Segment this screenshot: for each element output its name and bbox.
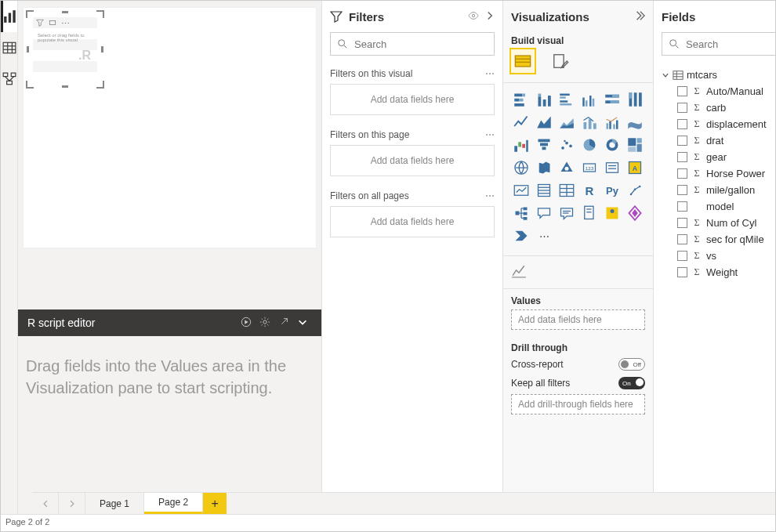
viz-slicer[interactable] xyxy=(534,180,554,201)
keep-filters-toggle[interactable]: On xyxy=(618,377,645,389)
viz-multi-row-card[interactable]: A xyxy=(625,157,645,178)
viz-python[interactable]: Py xyxy=(602,180,622,201)
collapse-editor-icon[interactable] xyxy=(293,317,312,330)
viz-line-stacked-column[interactable] xyxy=(579,112,600,132)
viz-table[interactable] xyxy=(557,180,577,201)
filter-well[interactable]: Add data fields here xyxy=(330,206,495,237)
viz-decomposition[interactable] xyxy=(511,203,531,223)
viz-pie[interactable] xyxy=(579,135,600,155)
filters-search-input[interactable] xyxy=(353,38,488,51)
viz-stacked-bar[interactable] xyxy=(511,89,531,110)
fields-search[interactable] xyxy=(662,32,776,56)
r-visual[interactable]: ⋯ Select or drag fields to populate this… xyxy=(30,14,100,85)
viz-filled-map[interactable] xyxy=(534,157,554,178)
viz-power-apps[interactable] xyxy=(625,203,645,223)
field-item[interactable]: ΣNum of Cyl xyxy=(676,215,776,231)
filter-section-more-icon[interactable]: ⋯ xyxy=(485,129,495,140)
field-checkbox[interactable] xyxy=(677,185,687,195)
viz-stacked-area[interactable] xyxy=(557,112,577,132)
field-item[interactable]: Σvs xyxy=(676,248,776,264)
viz-ribbon[interactable] xyxy=(625,112,645,132)
focus-icon[interactable] xyxy=(49,19,56,29)
values-well[interactable]: Add data fields here xyxy=(511,309,645,330)
viz-map[interactable] xyxy=(511,157,531,178)
viz-power-automate[interactable] xyxy=(511,226,531,246)
field-checkbox[interactable] xyxy=(677,218,687,228)
table-node[interactable]: mtcars xyxy=(658,67,776,83)
field-item[interactable]: Σdisplacement xyxy=(676,116,776,132)
rail-data-view[interactable] xyxy=(1,32,17,63)
filter-well[interactable]: Add data fields here xyxy=(330,145,495,176)
viz-card[interactable] xyxy=(602,157,622,178)
viz-arcgis[interactable] xyxy=(602,203,622,223)
field-item[interactable]: ΣAuto/Manual xyxy=(676,83,776,100)
field-item[interactable]: ΣHorse Power xyxy=(676,165,776,182)
report-canvas[interactable]: ⋯ Select or drag fields to populate this… xyxy=(23,7,317,248)
field-item[interactable]: Σcarb xyxy=(676,100,776,116)
viz-stacked-column[interactable] xyxy=(534,89,554,110)
drill-through-well[interactable]: Add drill-through fields here xyxy=(511,394,645,414)
popout-icon[interactable] xyxy=(274,317,293,330)
viz-line[interactable] xyxy=(511,112,531,132)
viz-area[interactable] xyxy=(534,112,554,132)
field-item[interactable]: Σdrat xyxy=(676,132,776,149)
sigma-icon: Σ xyxy=(692,184,702,196)
viz-matrix[interactable]: R xyxy=(579,180,600,201)
field-checkbox[interactable] xyxy=(677,152,687,162)
field-checkbox[interactable] xyxy=(677,86,687,96)
viz-donut[interactable] xyxy=(602,135,622,155)
filter-section-more-icon[interactable]: ⋯ xyxy=(485,190,495,201)
field-item[interactable]: Σsec for qMile xyxy=(676,231,776,248)
rail-model-view[interactable] xyxy=(1,63,17,95)
field-checkbox[interactable] xyxy=(677,103,687,113)
viz-100-stacked-bar[interactable] xyxy=(602,89,622,110)
field-checkbox[interactable] xyxy=(677,168,687,179)
viz-qa[interactable] xyxy=(534,203,554,223)
more-icon[interactable]: ⋯ xyxy=(61,19,71,29)
viz-waterfall[interactable] xyxy=(511,135,531,155)
viz-clustered-column[interactable] xyxy=(579,89,600,110)
field-checkbox[interactable] xyxy=(677,251,687,261)
page-tab[interactable]: Page 2 xyxy=(144,493,203,514)
funnel-icon[interactable] xyxy=(36,19,44,29)
viz-smart-narrative[interactable] xyxy=(557,203,577,223)
filter-section-more-icon[interactable]: ⋯ xyxy=(485,68,495,79)
viz-treemap[interactable] xyxy=(625,135,645,155)
field-checkbox[interactable] xyxy=(677,234,687,244)
viz-funnel[interactable] xyxy=(534,135,554,155)
field-item[interactable]: model xyxy=(676,198,776,215)
viz-paginated[interactable] xyxy=(579,203,600,223)
viz-kpi[interactable] xyxy=(511,180,531,201)
run-script-icon[interactable] xyxy=(237,317,256,330)
collapse-filters-icon[interactable] xyxy=(485,11,495,23)
add-page-button[interactable]: + xyxy=(203,493,227,514)
field-item[interactable]: Σmile/gallon xyxy=(676,182,776,198)
show-hide-icon[interactable] xyxy=(468,10,479,24)
build-visual-tab[interactable] xyxy=(511,49,535,73)
viz-100-stacked-column[interactable] xyxy=(625,89,645,110)
cross-report-toggle[interactable]: Off xyxy=(618,358,645,371)
field-checkbox[interactable] xyxy=(677,119,687,129)
viz-key-influencers[interactable] xyxy=(625,180,645,201)
field-item[interactable]: ΣWeight xyxy=(676,264,776,280)
page-prev[interactable] xyxy=(32,493,59,514)
field-item[interactable]: Σgear xyxy=(676,149,776,165)
page-tab[interactable]: Page 1 xyxy=(85,493,144,514)
viz-gauge[interactable]: 123 xyxy=(579,157,600,178)
rail-report-view[interactable] xyxy=(1,1,17,32)
field-checkbox[interactable] xyxy=(677,136,687,146)
collapse-viz-icon[interactable] xyxy=(634,10,645,24)
format-visual-tab[interactable] xyxy=(549,49,572,73)
filters-search[interactable] xyxy=(330,32,495,56)
viz-scatter[interactable] xyxy=(557,135,577,155)
field-checkbox[interactable] xyxy=(677,201,687,212)
field-checkbox[interactable] xyxy=(677,267,687,277)
viz-line-clustered-column[interactable] xyxy=(602,112,622,132)
viz-get-more[interactable]: ⋯ xyxy=(534,226,554,246)
script-options-icon[interactable] xyxy=(256,317,274,330)
page-next[interactable] xyxy=(59,493,85,514)
filter-well[interactable]: Add data fields here xyxy=(330,84,495,115)
viz-clustered-bar[interactable] xyxy=(557,89,577,110)
viz-azure-map[interactable] xyxy=(557,157,577,178)
fields-search-input[interactable] xyxy=(684,38,776,51)
